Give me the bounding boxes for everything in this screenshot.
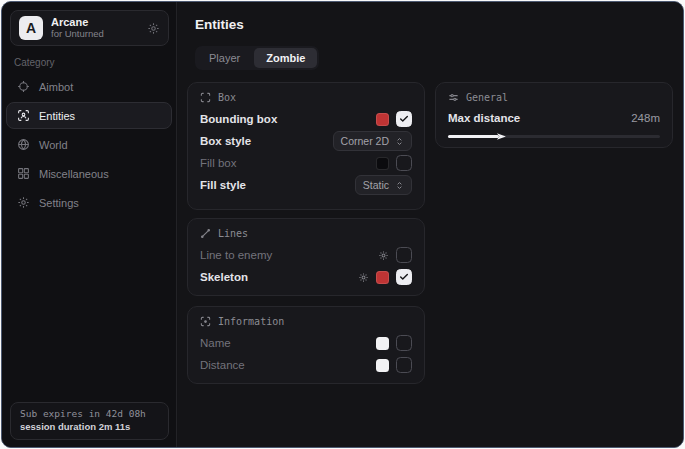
sub-expiry-text: Sub expires in 42d 08h [20,408,159,421]
brand-card: A Arcane for Unturned [10,10,169,46]
dropdown-value: Static [363,179,389,191]
checkbox[interactable] [396,335,412,351]
information-card: Information Name Distance [187,306,425,384]
checkbox[interactable] [396,111,412,127]
setting-row-distance: Distance [200,354,412,376]
card-title: General [466,92,508,103]
crosshair-icon [16,80,30,93]
scan-dot-icon [200,316,211,327]
sidebar-item-aimbot[interactable]: Aimbot [6,73,172,100]
color-swatch[interactable] [376,271,389,284]
scan-person-icon [16,109,30,122]
diagonal-line-icon [200,228,211,239]
entity-tabs: Player Zombie [195,46,319,70]
box-card: Box Bounding box Box style Corner 2D [187,82,425,210]
sidebar-item-label: Aimbot [39,81,73,93]
color-swatch[interactable] [376,359,389,372]
max-distance-slider[interactable] [448,135,660,138]
card-title: Information [218,316,284,327]
sidebar-item-entities[interactable]: Entities [6,102,172,129]
gear-icon[interactable] [358,272,369,283]
sliders-icon [448,92,459,103]
chevron-updown-icon [395,137,404,146]
chevron-updown-icon [395,181,404,190]
sidebar-item-label: Entities [39,110,75,122]
checkbox[interactable] [396,155,412,171]
sidebar-item-label: World [39,139,68,151]
globe-icon [16,138,30,151]
checkbox[interactable] [396,269,412,285]
setting-row-bounding-box: Bounding box [200,108,412,130]
setting-label: Skeleton [200,271,248,283]
slider-thumb[interactable] [497,132,506,141]
setting-row-line-to-enemy: Line to enemy [200,244,412,266]
sidebar-item-label: Miscellaneous [39,168,109,180]
setting-label: Bounding box [200,113,277,125]
setting-label: Fill style [200,179,246,191]
box-card-header: Box [200,92,412,103]
checkbox[interactable] [396,247,412,263]
tab-player[interactable]: Player [197,48,252,68]
box-style-dropdown[interactable]: Corner 2D [333,131,412,151]
setting-row-name: Name [200,332,412,354]
sidebar-nav: Aimbot Entities World [6,73,172,218]
tab-label: Player [209,52,240,64]
sidebar: A Arcane for Unturned Category A [2,2,177,447]
dropdown-value: Corner 2D [341,135,389,147]
lines-card: Lines Line to enemy Skele [187,218,425,296]
slider-value: 248m [631,112,660,124]
gear-icon[interactable] [147,22,160,35]
setting-label: Fill box [200,157,236,169]
setting-label: Box style [200,135,251,147]
slider-fill [448,135,499,138]
app-window: A Arcane for Unturned Category A [1,1,684,448]
category-label: Category [14,57,55,68]
sidebar-item-miscellaneous[interactable]: Miscellaneous [6,160,172,187]
corners-icon [200,92,211,103]
app-subtitle: for Unturned [51,29,139,40]
lines-card-header: Lines [200,228,412,239]
setting-row-fill-box: Fill box [200,152,412,174]
color-swatch[interactable] [376,157,389,170]
setting-label: Name [200,337,231,349]
sidebar-item-settings[interactable]: Settings [6,189,172,216]
general-card: General Max distance 248m [435,82,673,148]
brand-text: Arcane for Unturned [51,16,139,40]
checkbox[interactable] [396,357,412,373]
gear-icon [16,196,30,209]
main-content: Entities Player Zombie Box Bounding box [178,2,683,447]
card-title: Box [218,92,236,103]
tab-zombie[interactable]: Zombie [254,48,317,68]
sidebar-item-label: Settings [39,197,79,209]
setting-row-fill-style: Fill style Static [200,174,412,196]
tab-label: Zombie [266,52,305,64]
session-duration-text: session duration 2m 11s [20,421,159,434]
sidebar-item-world[interactable]: World [6,131,172,158]
color-swatch[interactable] [376,337,389,350]
general-card-header: General [448,92,660,103]
subscription-card: Sub expires in 42d 08h session duration … [10,402,169,440]
color-swatch[interactable] [376,113,389,126]
page-title: Entities [195,17,244,32]
setting-label: Distance [200,359,245,371]
setting-label: Max distance [448,112,520,124]
fill-style-dropdown[interactable]: Static [355,175,412,195]
card-title: Lines [218,228,248,239]
gear-icon[interactable] [378,250,389,261]
app-title: Arcane [51,16,139,29]
setting-row-max-distance: Max distance 248m [448,108,660,128]
grid-icon [16,167,30,180]
information-card-header: Information [200,316,412,327]
setting-label: Line to enemy [200,249,272,261]
setting-row-skeleton: Skeleton [200,266,412,288]
setting-row-box-style: Box style Corner 2D [200,130,412,152]
app-logo: A [19,16,43,40]
